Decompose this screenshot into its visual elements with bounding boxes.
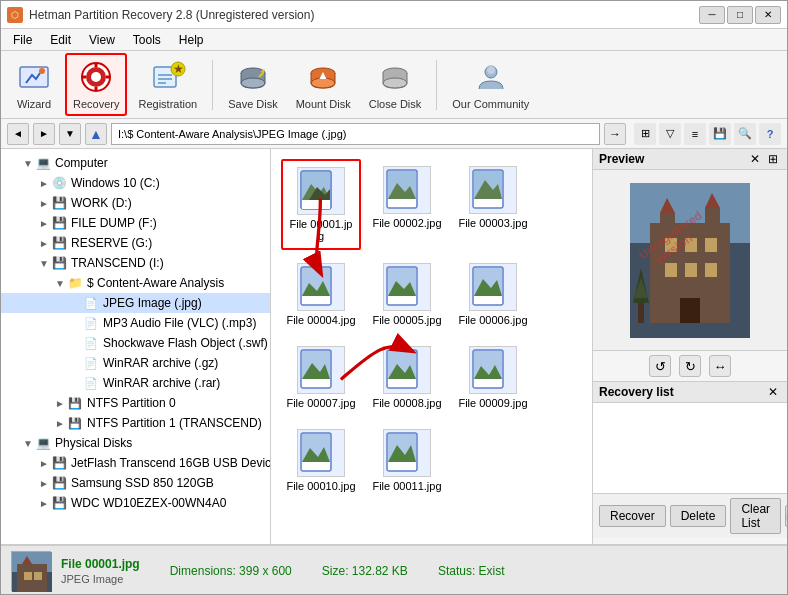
tree-ntfs1[interactable]: ► 💾 NTFS Partition 1 (TRANSCEND) [1,413,270,433]
file-item-4[interactable]: File 00004.jpg [281,256,361,333]
recovery-list-close-button[interactable]: ✕ [765,385,781,399]
tree-rar[interactable]: 📄 WinRAR archive (.rar) [1,373,270,393]
status-filename: File 00001.jpg [61,557,140,571]
save-disk-button[interactable]: Save Disk [221,54,285,115]
wizard-label: Wizard [17,98,51,110]
tree-computer[interactable]: ▼ 💻 Computer [1,153,270,173]
tree-transcend[interactable]: ▼ 💾 TRANSCEND (I:) [1,253,270,273]
preview-close-button[interactable]: ✕ [747,152,763,166]
save-icon[interactable]: 💾 [709,123,731,145]
file-item-6[interactable]: File 00006.jpg [453,256,533,333]
maximize-button[interactable]: □ [727,6,753,24]
preview-detach-button[interactable]: ⊞ [765,152,781,166]
tree-mp3[interactable]: 📄 MP3 Audio File (VLC) (.mp3) [1,313,270,333]
menu-edit[interactable]: Edit [42,31,79,49]
registration-button[interactable]: ★ Registration [131,54,204,115]
clear-list-button[interactable]: Clear List [730,498,781,534]
tree-toggle[interactable]: ► [37,478,51,489]
tree-toggle[interactable]: ► [37,458,51,469]
tree-label: MP3 Audio File (VLC) (.mp3) [103,316,256,330]
file-label: File 00002.jpg [372,217,441,229]
tree-toggle[interactable]: ▼ [21,158,35,169]
tree-toggle[interactable]: ► [53,418,67,429]
file-item-7[interactable]: File 00007.jpg [281,339,361,416]
tree-windows[interactable]: ► 💿 Windows 10 (C:) [1,173,270,193]
tree-samsung[interactable]: ► 💾 Samsung SSD 850 120GB [1,473,270,493]
file-item-10[interactable]: File 00010.jpg [281,422,361,499]
tree-filedump[interactable]: ► 💾 FILE DUMP (F:) [1,213,270,233]
fit-button[interactable]: ↔ [709,355,731,377]
file-item-1[interactable]: File 00001.jpg [281,159,361,250]
file-item-5[interactable]: File 00005.jpg [367,256,447,333]
svg-rect-43 [302,296,330,305]
tree-ntfs0[interactable]: ► 💾 NTFS Partition 0 [1,393,270,413]
recovery-button[interactable]: Recovery [65,53,127,116]
tree-label: Computer [55,156,108,170]
recover-button[interactable]: Recover [599,505,666,527]
filter-icon[interactable]: ▽ [659,123,681,145]
tree-toggle[interactable]: ► [37,238,51,249]
status-right: Dimensions: 399 x 600 Size: 132.82 KB St… [170,564,505,578]
tree-label: TRANSCEND (I:) [71,256,164,270]
file-label: File 00003.jpg [458,217,527,229]
file-item-2[interactable]: File 00002.jpg [367,159,447,250]
menu-file[interactable]: File [5,31,40,49]
go-button[interactable]: → [604,123,626,145]
menu-view[interactable]: View [81,31,123,49]
delete-button[interactable]: Delete [670,505,727,527]
tree-content-aware[interactable]: ▼ 📁 $ Content-Aware Analysis [1,273,270,293]
preview-panel: Preview ✕ ⊞ [592,149,787,544]
tree-physical[interactable]: ▼ 💻 Physical Disks [1,433,270,453]
jpeg-file-icon: 📄 [83,295,99,311]
tree-jpeg[interactable]: 📄 JPEG Image (.jpg) [1,293,270,313]
rotate-right-button[interactable]: ↻ [679,355,701,377]
tree-toggle[interactable]: ► [37,498,51,509]
tree-toggle[interactable]: ▼ [21,438,35,449]
view-grid-icon[interactable]: ⊞ [634,123,656,145]
sort-icon[interactable]: ≡ [684,123,706,145]
file-icon [469,166,517,214]
our-community-button[interactable]: Our Community [445,54,536,115]
svg-rect-96 [24,572,32,580]
tree-reserve[interactable]: ► 💾 RESERVE (G:) [1,233,270,253]
app-title: Hetman Partition Recovery 2.8 (Unregiste… [29,8,314,22]
up-button[interactable]: ▲ [85,123,107,145]
tree-toggle[interactable]: ▼ [53,278,67,289]
close-button[interactable]: ✕ [755,6,781,24]
menu-tools[interactable]: Tools [125,31,169,49]
wizard-button[interactable]: Wizard [7,54,61,115]
close-disk-button[interactable]: Close Disk [362,54,429,115]
tree-wdc[interactable]: ► 💾 WDC WD10EZEX-00WN4A0 [1,493,270,513]
tree-toggle[interactable]: ► [37,198,51,209]
statusbar: File 00001.jpg JPEG Image Dimensions: 39… [1,544,787,595]
status-value: Exist [479,564,505,578]
dropdown-button[interactable]: ▼ [59,123,81,145]
file-tree: ▼ 💻 Computer ► 💿 Windows 10 (C:) ► 💾 WOR… [1,149,271,544]
search-icon[interactable]: 🔍 [734,123,756,145]
file-item-11[interactable]: File 00011.jpg [367,422,447,499]
menu-help[interactable]: Help [171,31,212,49]
toolbar-sep-2 [436,60,437,110]
svg-rect-55 [302,379,330,388]
help-icon[interactable]: ? [759,123,781,145]
tree-gz[interactable]: 📄 WinRAR archive (.gz) [1,353,270,373]
mount-disk-icon: ▲ [305,59,341,95]
back-button[interactable]: ◄ [7,123,29,145]
forward-button[interactable]: ► [33,123,55,145]
tree-toggle[interactable]: ▼ [37,258,51,269]
more-options-button[interactable]: ⊞ [785,505,787,527]
tree-label: WORK (D:) [71,196,132,210]
file-item-9[interactable]: File 00009.jpg [453,339,533,416]
tree-swf[interactable]: 📄 Shockwave Flash Object (.swf) [1,333,270,353]
tree-workd[interactable]: ► 💾 WORK (D:) [1,193,270,213]
minimize-button[interactable]: ─ [699,6,725,24]
address-input[interactable] [111,123,600,145]
rotate-left-button[interactable]: ↺ [649,355,671,377]
tree-jetflash[interactable]: ► 💾 JetFlash Transcend 16GB USB Device [1,453,270,473]
file-item-8[interactable]: File 00008.jpg [367,339,447,416]
tree-toggle[interactable]: ► [37,218,51,229]
tree-toggle[interactable]: ► [37,178,51,189]
file-item-3[interactable]: File 00003.jpg [453,159,533,250]
mount-disk-button[interactable]: ▲ Mount Disk [289,54,358,115]
tree-toggle[interactable]: ► [53,398,67,409]
